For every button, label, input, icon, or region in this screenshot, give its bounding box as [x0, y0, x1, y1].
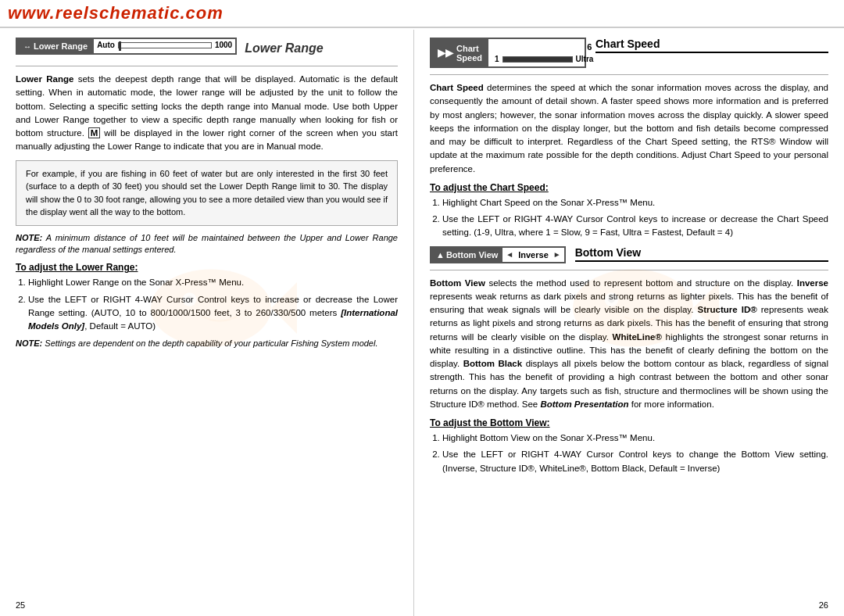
chart-speed-widget-container: ▶▶ Chart Speed 6 1 Ultra — [430, 38, 586, 73]
bottom-view-content: ◄ Inverse ► — [502, 248, 563, 262]
lower-range-widget-top: ↔ Lower Range Auto 1000 — [16, 38, 237, 55]
note-2: NOTE: Settings are dependent on the dept… — [16, 338, 398, 349]
bv-right-arrow[interactable]: ► — [553, 250, 561, 259]
bottom-view-title: Bottom View — [575, 246, 828, 262]
cs-step-1: Highlight Chart Speed on the Sonar X-Pre… — [442, 196, 828, 210]
chart-speed-slider[interactable] — [502, 56, 573, 63]
chart-speed-value-area: 6 1 Ultra — [488, 39, 599, 66]
chart-speed-body: Chart Speed determines the speed at whic… — [430, 81, 828, 176]
note-1: NOTE: A minimum distance of 10 feet will… — [16, 232, 398, 256]
example-box: For example, if you are fishing in 60 fe… — [16, 160, 398, 226]
lower-range-body-1: Lower Range sets the deepest depth range… — [16, 73, 398, 154]
page-container: ↔ Lower Range Auto 1000 Lower Range — [0, 0, 844, 616]
bottom-view-widget-container: ▲ Bottom View ◄ Inverse ► — [430, 246, 566, 268]
adjust-lower-range-heading: To adjust the Lower Range: — [16, 262, 398, 273]
bottom-view-body: Bottom View selects the method used to r… — [430, 277, 828, 412]
left-page: ↔ Lower Range Auto 1000 Lower Range — [0, 30, 414, 616]
chart-speed-title-container: Chart Speed — [595, 38, 828, 58]
adjust-chart-speed-heading: To adjust the Chart Speed: — [430, 182, 828, 193]
page-number-left: 25 — [16, 600, 25, 610]
left-page-header: ↔ Lower Range Auto 1000 Lower Range — [16, 38, 398, 59]
lower-range-title: Lower Range — [245, 41, 323, 56]
page-number-right: 26 — [819, 600, 828, 610]
bottom-view-header-row: ▲ Bottom View ◄ Inverse ► Bottom View — [430, 246, 828, 268]
chart-speed-widget: ▶▶ Chart Speed 6 1 Ultra — [430, 38, 586, 68]
lower-range-steps: Highlight Lower Range on the Sonar X-Pre… — [28, 276, 398, 333]
lower-range-thumb — [119, 41, 121, 51]
chart-speed-title: Chart Speed — [595, 38, 828, 53]
chart-speed-slider-row: 1 Ultra — [492, 53, 596, 65]
left-divider-top — [16, 66, 398, 66]
m-indicator: M — [88, 127, 101, 138]
bottom-view-icon: ▲ — [436, 250, 445, 260]
adjust-bottom-view-heading: To adjust the Bottom View: — [430, 417, 828, 428]
bottom-view-label: ▲ Bottom View — [431, 248, 502, 262]
bv-left-arrow[interactable]: ◄ — [506, 250, 513, 259]
bottom-view-divider — [430, 270, 828, 270]
step-1: Highlight Lower Range on the Sonar X-Pre… — [28, 276, 398, 289]
lower-range-slider-row: Auto 1000 — [97, 41, 232, 49]
bottom-view-widget: ▲ Bottom View ◄ Inverse ► — [430, 246, 566, 263]
bottom-view-steps: Highlight Bottom View on the Sonar X-Pre… — [442, 432, 828, 475]
bv-step-2: Use the LEFT or RIGHT 4-WAY Cursor Contr… — [442, 448, 828, 475]
lower-range-content: Auto 1000 — [94, 39, 235, 53]
right-page: ▶▶ Chart Speed 6 1 Ultra — [414, 30, 844, 616]
chart-speed-icon: ▶▶ — [438, 47, 453, 59]
chart-speed-steps: Highlight Chart Speed on the Sonar X-Pre… — [442, 196, 828, 240]
bv-value: Inverse — [515, 250, 552, 260]
lower-range-label: ↔ Lower Range — [17, 39, 94, 53]
cs-step-2: Use the LEFT or RIGHT 4-WAY Cursor Contr… — [442, 213, 828, 240]
bottom-view-title-container: Bottom View — [575, 246, 828, 267]
lower-range-slider[interactable] — [118, 42, 212, 48]
chart-speed-header-row: ▶▶ Chart Speed 6 1 Ultra — [430, 38, 828, 73]
chart-speed-divider — [430, 74, 828, 75]
step-2: Use the LEFT or RIGHT 4-WAY Cursor Contr… — [28, 293, 398, 334]
bv-step-1: Highlight Bottom View on the Sonar X-Pre… — [442, 432, 828, 445]
chart-speed-label: ▶▶ Chart Speed — [431, 39, 488, 66]
